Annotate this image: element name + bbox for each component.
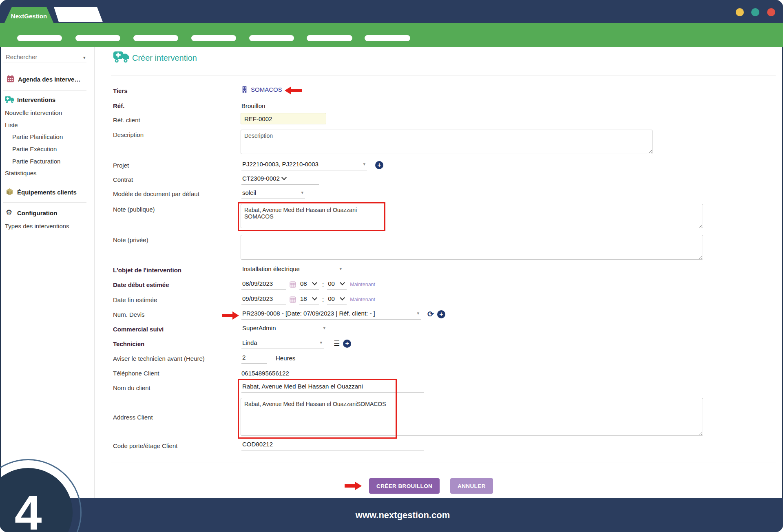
step-number: 4 (15, 484, 42, 532)
add-devis-button[interactable]: + (437, 310, 445, 318)
modele-select[interactable]: soleil ▾ (241, 188, 305, 199)
minute-debut-select[interactable]: 00 (327, 279, 347, 290)
date-fin-input[interactable]: 09/09/2023 (241, 294, 286, 305)
time-separator: : (322, 296, 324, 303)
menu-pill-6[interactable] (307, 35, 352, 41)
footer-bar: www.nextgestion.com (0, 498, 783, 532)
telephone-value[interactable]: 06154895656122 (241, 370, 289, 377)
chevron-down-icon (340, 295, 345, 300)
note-privee-textarea[interactable] (241, 235, 703, 260)
dropdown-caret-icon: ▾ (417, 311, 419, 316)
chevron-down-icon (340, 280, 345, 285)
box-icon (6, 188, 13, 197)
datepicker-icon[interactable] (290, 296, 296, 303)
sidebar-item-partie-facturation[interactable]: Partie Facturation (12, 158, 60, 165)
chevron-down-icon (312, 295, 317, 300)
menu-pill-5[interactable] (249, 35, 294, 41)
tiers-label: Tiers (113, 87, 128, 94)
aviser-label: Aviser le technicien avant (Heure) (113, 355, 205, 362)
sidebar-divider (94, 47, 95, 498)
add-project-button[interactable]: + (375, 161, 383, 169)
date-fin-label: Date fin estimée (113, 296, 157, 303)
search-caret-icon[interactable]: ▾ (83, 55, 86, 60)
time-separator: : (322, 281, 324, 288)
divider (3, 182, 86, 182)
date-debut-label: Date début estimée (113, 281, 169, 288)
address-client-label: Address Client (113, 414, 153, 421)
dropdown-caret-icon: ▾ (339, 267, 342, 271)
window-dot-yellow[interactable] (736, 8, 744, 16)
aviser-input[interactable] (241, 353, 267, 364)
sidebar-item-configuration[interactable]: Configuration (17, 210, 57, 216)
sidebar-item-statistiques[interactable]: Statistiques (5, 170, 37, 177)
hour-fin-select[interactable]: 18 (299, 294, 319, 305)
dropdown-caret-icon: ▾ (363, 162, 365, 166)
annotation-arrow-create (345, 482, 362, 490)
dropdown-caret-icon: ▾ (323, 326, 325, 330)
sidebar-item-types-des-interventions[interactable]: Types des interventions (5, 223, 69, 230)
ref-client-input[interactable] (241, 113, 326, 124)
window-dot-red[interactable] (767, 8, 775, 16)
note-publique-textarea[interactable]: Rabat, Avenue Med Bel Hassan el Ouazzani… (241, 204, 703, 228)
description-label: Description (113, 131, 144, 138)
contrat-label: Contrat (113, 176, 133, 183)
sidebar-item-liste[interactable]: Liste (5, 121, 18, 128)
top-bar: NextGestion (0, 0, 783, 23)
datepicker-icon[interactable] (290, 281, 296, 288)
maintenant-link[interactable]: Maintenant (350, 282, 375, 287)
sidebar-item-partie-execution[interactable]: Partie Exécution (12, 146, 57, 152)
divider (3, 202, 86, 203)
num-devis-select[interactable]: PR2309-0008 - [Date: 07/09/2023 | Réf. c… (241, 309, 421, 320)
objet-select[interactable]: Installation électrique ▾ (241, 264, 343, 275)
menu-pill-7[interactable] (365, 35, 410, 41)
refresh-icon[interactable]: ⟳ (427, 310, 434, 318)
nom-client-input[interactable] (241, 382, 424, 393)
technicien-label: Technicien (113, 340, 144, 347)
menu-pill-2[interactable] (75, 35, 120, 41)
code-porte-input[interactable] (241, 439, 424, 450)
maintenant-link[interactable]: Maintenant (350, 297, 375, 302)
tiers-link[interactable]: SOMACOS (251, 86, 282, 93)
address-client-textarea[interactable]: Rabat, Avenue Med Bel Hassan el Ouazzani… (241, 398, 703, 436)
search-input[interactable] (5, 53, 76, 61)
contrat-select[interactable]: CT2309-0002 (241, 174, 319, 185)
ref-label: Réf. (113, 102, 124, 109)
list-icon[interactable]: ☰ (334, 340, 340, 347)
truck-icon (5, 96, 15, 105)
note-privee-label: Note (privée) (113, 236, 148, 243)
sidebar-item-interventions[interactable]: Interventions (17, 96, 55, 103)
gear-icon: ⚙ (6, 208, 12, 217)
sidebar-item-partie-planification[interactable]: Partie Planification (12, 133, 63, 140)
telephone-label: Téléphone Client (113, 370, 159, 377)
divider (111, 75, 776, 75)
sidebar-item-equipements-clients[interactable]: Équipements clients (17, 189, 77, 196)
step-badge: 4 (0, 459, 82, 532)
add-technicien-button[interactable]: + (343, 340, 351, 348)
description-textarea[interactable] (241, 130, 652, 154)
minute-fin-select[interactable]: 00 (327, 294, 347, 305)
projet-select[interactable]: PJ2210-0003, PJ2210-0003 ▾ (241, 159, 367, 170)
window-dot-teal[interactable] (751, 8, 759, 16)
sidebar-item-agenda[interactable]: Agenda des interve… (18, 76, 80, 83)
date-debut-input[interactable]: 08/09/2023 (241, 279, 286, 290)
page-title: Créer intervention (132, 53, 197, 63)
commercial-select[interactable]: SuperAdmin ▾ (241, 323, 327, 334)
dropdown-caret-icon: ▾ (320, 340, 322, 345)
code-porte-label: Code porte/étage Client (113, 442, 177, 449)
chevron-down-icon (312, 280, 317, 285)
dropdown-caret-icon: ▾ (301, 190, 303, 195)
hour-debut-select[interactable]: 08 (299, 279, 319, 290)
create-brouillon-button[interactable]: CRÉER BROUILLON (369, 478, 440, 494)
brand-tab[interactable]: NextGestion (4, 7, 54, 24)
menu-pill-1[interactable] (17, 35, 62, 41)
annuler-button[interactable]: ANNULER (450, 478, 493, 494)
secondary-tab[interactable] (53, 7, 104, 22)
divider (3, 62, 86, 62)
footer-url: www.nextgestion.com (333, 510, 450, 521)
sidebar-item-nouvelle-intervention[interactable]: Nouvelle intervention (5, 109, 62, 116)
menu-pill-4[interactable] (191, 35, 236, 41)
brand-label: NextGestion (11, 11, 47, 20)
menu-pill-3[interactable] (133, 35, 178, 41)
technicien-select[interactable]: Linda ▾ (241, 338, 324, 349)
nom-client-label: Nom du client (113, 384, 150, 391)
